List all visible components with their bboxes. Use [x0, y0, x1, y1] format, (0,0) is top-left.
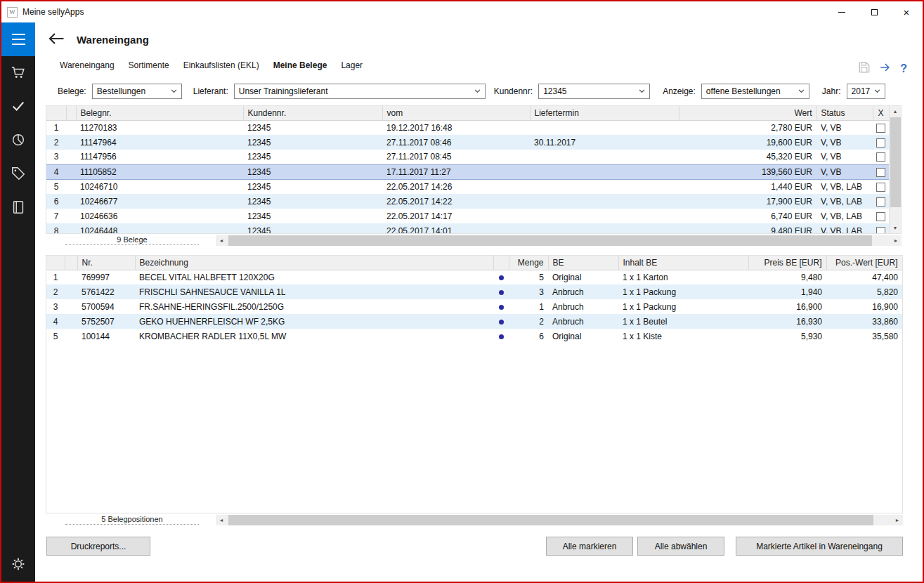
cell-wert: 45,320 EUR [679, 150, 816, 164]
row-checkbox[interactable] [876, 212, 885, 221]
tab-lager[interactable]: Lager [341, 59, 363, 72]
position-row[interactable]: 35700594FR.SAHNE-HERINGSFIL.2500/1250G1A… [46, 299, 902, 314]
kundennr-dropdown[interactable]: 12345 [538, 84, 650, 99]
scroll-down-icon[interactable]: ▼ [890, 223, 901, 233]
cell-be: Original [548, 270, 618, 284]
beleg-row[interactable]: 3111479561234527.11.2017 08:4545,320 EUR… [46, 150, 889, 164]
col-vom[interactable]: vom [382, 106, 530, 120]
sidebar-item-statistics[interactable] [1, 124, 35, 157]
scroll-right-icon[interactable]: ► [890, 235, 902, 246]
row-checkbox[interactable] [876, 152, 885, 162]
belege-count-label: 9 Belege [65, 235, 199, 245]
col-kundennr[interactable]: Kundennr. [243, 106, 382, 120]
cell-liefertermin [530, 120, 679, 135]
cell-preis-be: 5,930 [748, 329, 826, 343]
scroll-up-icon[interactable]: ▲ [890, 106, 901, 117]
cell-inhalt-be: 1 x 1 Beutel [618, 314, 748, 329]
col-bezeichnung[interactable]: Bezeichnung [135, 256, 493, 270]
col-pos-wert[interactable]: Pos.-Wert [EUR] [826, 256, 902, 270]
col-nr[interactable]: Nr. [77, 256, 135, 270]
maximize-button[interactable] [858, 1, 890, 22]
sidebar-item-check[interactable] [1, 90, 35, 124]
row-checkbox[interactable] [876, 124, 885, 133]
cell-be: Anbruch [548, 284, 618, 299]
col-wert[interactable]: Wert [679, 106, 816, 120]
jahr-dropdown[interactable]: 2017 [847, 84, 885, 99]
tab-einkaufslisten[interactable]: Einkaufslisten (EKL) [183, 59, 259, 72]
alle-abwaehlen-button[interactable]: Alle abwählen [637, 537, 724, 556]
col-preis-be[interactable]: Preis BE [EUR] [748, 256, 826, 270]
beleg-row[interactable]: 4111058521234517.11.2017 11:27139,560 EU… [46, 164, 889, 179]
sidebar-item-catalog[interactable] [1, 191, 35, 225]
row-checkbox[interactable] [876, 197, 885, 207]
sidebar-item-settings[interactable] [1, 548, 35, 582]
positionen-header-row: Nr. Bezeichnung Menge BE Inhalt BE Preis… [46, 256, 902, 270]
scrollbar-thumb[interactable] [228, 515, 873, 525]
col-belegnr[interactable]: Belegnr. [76, 106, 243, 120]
beleg-row[interactable]: 8102464481234522.05.2017 14:019,480 EURV… [46, 223, 889, 234]
cell-kundennr: 12345 [243, 164, 382, 179]
row-checkbox[interactable] [876, 183, 885, 192]
filterbar: Belege: Bestellungen Lieferant: Unser Tr… [58, 84, 923, 99]
col-be[interactable]: BE [548, 256, 618, 270]
position-row[interactable]: 25761422FRISCHLI SAHNESAUCE VANILLA 1L3A… [46, 284, 902, 299]
col-x[interactable]: X [873, 106, 889, 120]
cell-belegnr: 11147964 [76, 135, 243, 150]
cell-vom: 22.05.2017 14:01 [382, 223, 530, 234]
cell-pos-wert: 47,400 [826, 270, 902, 284]
beleg-row[interactable]: 2111479641234527.11.2017 08:4630.11.2017… [46, 135, 889, 150]
row-checkbox[interactable] [876, 168, 885, 177]
beleg-row[interactable]: 7102466361234522.05.2017 14:176,740 EURV… [46, 209, 889, 223]
position-row[interactable]: 45752507GEKO HUEHNERFLEISCH WF 2,5KG2Anb… [46, 314, 902, 329]
tab-sortimente[interactable]: Sortimente [129, 59, 169, 72]
sidebar-item-tags[interactable] [1, 157, 35, 191]
row-number: 4 [46, 164, 66, 179]
scrollbar-thumb[interactable] [228, 235, 872, 246]
cell-belegnr: 10246710 [76, 179, 243, 194]
vertical-scrollbar[interactable]: ▲ ▼ [889, 106, 901, 233]
menu-button[interactable] [1, 22, 35, 56]
col-liefertermin[interactable]: Liefertermin [530, 106, 679, 120]
beleg-row[interactable]: 1112701831234519.12.2017 16:482,780 EURV… [46, 120, 889, 135]
sidebar-item-cart[interactable] [1, 56, 35, 90]
scroll-left-icon[interactable]: ◄ [216, 235, 227, 246]
forward-arrow-icon[interactable] [879, 61, 892, 76]
horizontal-scrollbar[interactable]: ◄ ► [216, 515, 903, 525]
cell-status: V, VB [816, 135, 873, 150]
position-row[interactable]: 5100144KROMBACHER RADLER 11X0,5L MW6Orig… [46, 329, 902, 343]
cell-vom: 22.05.2017 14:22 [382, 194, 530, 209]
anzeige-dropdown[interactable]: offene Bestellungen [701, 84, 809, 99]
scroll-left-icon[interactable]: ◄ [216, 515, 227, 525]
col-menge[interactable]: Menge [509, 256, 548, 270]
tab-meine-belege[interactable]: Meine Belege [273, 59, 327, 72]
row-number: 4 [46, 314, 65, 329]
tag-icon [11, 166, 26, 183]
cell-belegnr: 10246448 [76, 223, 243, 234]
cell-liefertermin [530, 194, 679, 209]
save-icon[interactable] [858, 61, 871, 76]
scroll-right-icon[interactable]: ► [892, 515, 903, 525]
back-button[interactable] [46, 32, 66, 47]
scrollbar-thumb[interactable] [890, 117, 901, 207]
col-status[interactable]: Status [816, 106, 873, 120]
minimize-button[interactable] [826, 1, 858, 22]
beleg-row[interactable]: 6102466771234522.05.2017 14:2217,900 EUR… [46, 194, 889, 209]
row-number: 3 [46, 150, 66, 164]
druckreports-button[interactable]: Druckreports... [46, 537, 150, 556]
horizontal-scrollbar[interactable]: ◄ ► [216, 235, 902, 246]
col-inhalt-be[interactable]: Inhalt BE [618, 256, 748, 270]
lieferant-filter-label: Lieferant: [193, 86, 228, 96]
cell-wert: 6,740 EUR [679, 209, 816, 223]
alle-markieren-button[interactable]: Alle markieren [546, 537, 633, 556]
lieferant-dropdown[interactable]: Unser Trainingslieferant [234, 84, 486, 99]
markierte-artikel-button[interactable]: Markierte Artikel in Wareneingang [736, 537, 903, 556]
help-icon[interactable]: ? [900, 63, 907, 75]
belege-dropdown[interactable]: Bestellungen [92, 84, 182, 99]
cell-bezeichnung: FR.SAHNE-HERINGSFIL.2500/1250G [135, 299, 493, 314]
row-checkbox[interactable] [876, 227, 885, 234]
beleg-row[interactable]: 5102467101234522.05.2017 14:261,440 EURV… [46, 179, 889, 194]
tab-wareneingang[interactable]: Wareneingang [60, 59, 115, 72]
position-row[interactable]: 1769997BECEL VITAL HALBFETT 120X20G5Orig… [46, 270, 902, 284]
row-checkbox[interactable] [876, 138, 885, 148]
close-button[interactable]: × [890, 1, 923, 22]
